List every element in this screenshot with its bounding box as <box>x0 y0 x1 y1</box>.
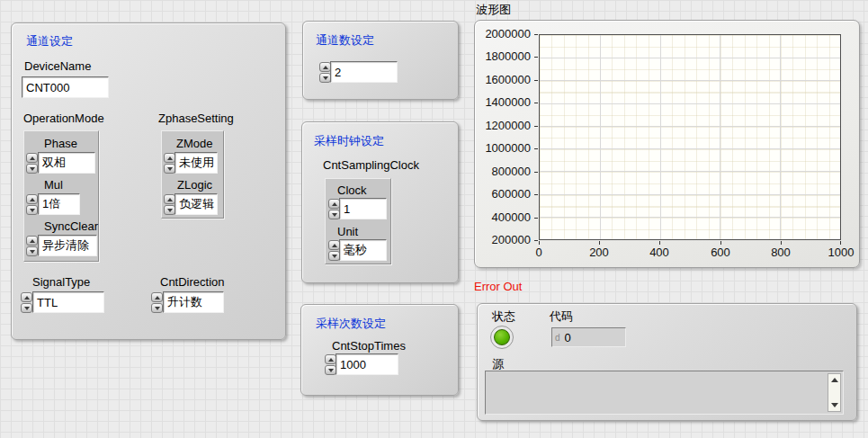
zphase-setting-label: ZphaseSetting <box>158 112 234 125</box>
down-arrow-icon <box>332 213 337 217</box>
x-axis-tick-label: 0 <box>512 246 566 259</box>
y-axis-tick <box>534 148 538 149</box>
led-green-icon <box>494 329 510 345</box>
zlogic-ring-control[interactable]: 负逻辑 <box>174 193 218 215</box>
scroll-down-icon[interactable] <box>831 403 838 407</box>
signal-type-increment-button[interactable] <box>21 292 32 302</box>
operation-mode-cluster: Phase 双相 Mul 1倍 SyncClear 异步清除 <box>23 130 99 262</box>
down-arrow-icon <box>24 307 30 310</box>
waveform-graph-panel: 2000000 1800000 1600000 1400000 1200000 … <box>474 20 860 268</box>
y-axis-tick <box>534 57 538 58</box>
waveform-graph-label: 波形图 <box>476 2 511 18</box>
phase-increment-button[interactable] <box>26 153 38 163</box>
code-indicator[interactable]: d 0 <box>551 327 626 347</box>
gridline-horizontal <box>540 103 840 104</box>
down-arrow-icon <box>323 76 328 80</box>
gridline-horizontal <box>540 217 840 218</box>
gridline-vertical <box>660 35 661 239</box>
y-axis-tick-label: 1400000 <box>475 95 531 109</box>
x-axis-tick-label: 1000 <box>814 246 868 259</box>
phase-spinner[interactable] <box>26 153 38 174</box>
down-arrow-icon <box>167 209 173 212</box>
channel-settings-title: 通道设定 <box>26 33 73 49</box>
y-axis-tick <box>534 126 538 127</box>
cnt-direction-increment-button[interactable] <box>151 292 163 302</box>
cnt-stop-times-input[interactable]: 1000 <box>336 353 398 375</box>
signal-type-ring-control[interactable]: TTL <box>32 291 104 313</box>
device-name-label: DeviceName <box>24 59 91 73</box>
mul-increment-button[interactable] <box>26 194 38 204</box>
mul-spinner[interactable] <box>26 194 38 216</box>
x-axis-tick <box>599 241 600 245</box>
x-axis-tick-label: 400 <box>632 246 686 259</box>
sync-clear-decrement-button[interactable] <box>26 246 38 256</box>
sync-clear-increment-button[interactable] <box>26 236 38 246</box>
cnt-direction-decrement-button[interactable] <box>151 303 163 313</box>
y-axis-tick-label: 2000000 <box>475 27 531 40</box>
up-arrow-icon <box>30 156 35 160</box>
cnt-direction-spinner[interactable] <box>151 292 163 314</box>
unit-ring-control[interactable]: 毫秒 <box>339 239 387 261</box>
operation-mode-label: OperationMode <box>23 112 104 125</box>
y-axis-tick-label: 1000000 <box>475 141 531 155</box>
down-arrow-icon <box>30 209 35 212</box>
y-axis-tick <box>534 103 538 103</box>
cnt-stop-times-label: CntStopTimes <box>332 339 406 353</box>
zlogic-label: ZLogic <box>177 178 212 192</box>
y-axis-tick <box>534 218 538 219</box>
sync-clear-spinner[interactable] <box>26 236 38 257</box>
gridline-horizontal <box>540 171 840 172</box>
channel-count-input[interactable]: 2 <box>330 61 398 83</box>
gridline-horizontal <box>540 194 840 195</box>
gridline-vertical <box>780 35 781 239</box>
unit-label: Unit <box>337 225 358 238</box>
zmode-ring-control[interactable]: 未使用 <box>174 152 218 174</box>
gridline-horizontal <box>540 80 840 81</box>
up-arrow-icon <box>332 202 337 206</box>
signal-type-spinner[interactable] <box>21 292 32 314</box>
gridline-horizontal <box>540 148 840 149</box>
radix-indicator: d <box>555 333 560 343</box>
phase-decrement-button[interactable] <box>26 164 38 174</box>
channel-count-title: 通道数设定 <box>316 32 374 49</box>
y-axis-tick <box>534 194 538 195</box>
x-axis-tick <box>720 241 721 245</box>
plot-area[interactable] <box>539 34 841 240</box>
sync-clear-ring-control[interactable]: 异步清除 <box>38 235 97 256</box>
sampling-times-panel: 采样次数设定 CntStopTimes 1000 <box>300 304 459 396</box>
source-scrollbar[interactable] <box>828 373 841 412</box>
clock-input[interactable]: 1 <box>339 198 387 219</box>
phase-ring-control[interactable]: 双相 <box>38 152 95 174</box>
cnt-direction-label: CntDirection <box>160 275 225 289</box>
cnt-sampling-clock-cluster: Clock 1 Unit 毫秒 <box>325 178 391 264</box>
gridline-vertical <box>600 35 601 239</box>
sampling-clock-panel: 采样时钟设定 CntSamplingClock Clock 1 Unit 毫秒 <box>301 121 459 283</box>
gridline-vertical <box>720 35 720 239</box>
channel-settings-panel: 通道设定 DeviceName CNT000 OperationMode Pha… <box>11 22 286 340</box>
cnt-direction-ring-control[interactable]: 升计数 <box>163 291 224 313</box>
status-led[interactable] <box>490 326 514 349</box>
y-axis-tick <box>534 80 538 81</box>
y-axis-tick-label: 800000 <box>475 165 531 178</box>
code-label: 代码 <box>550 308 573 325</box>
up-arrow-icon <box>30 239 35 243</box>
zmode-label: ZMode <box>176 137 212 150</box>
mul-decrement-button[interactable] <box>26 205 38 215</box>
y-axis-tick <box>534 34 538 35</box>
x-axis-tick-label: 200 <box>572 246 626 259</box>
clock-label: Clock <box>337 183 367 197</box>
mul-ring-control[interactable]: 1倍 <box>38 193 80 215</box>
up-arrow-icon <box>155 296 160 299</box>
up-arrow-icon <box>167 156 173 160</box>
down-arrow-icon <box>30 167 35 171</box>
signal-type-label: SignalType <box>32 275 90 289</box>
down-arrow-icon <box>155 307 160 310</box>
gridline-horizontal <box>540 58 840 58</box>
error-out-cluster: 状态 代码 d 0 源 <box>477 303 857 421</box>
source-indicator[interactable] <box>485 371 844 415</box>
scroll-up-icon[interactable] <box>831 378 838 382</box>
y-axis-tick <box>534 172 538 173</box>
x-axis-tick-label: 800 <box>754 246 808 259</box>
signal-type-decrement-button[interactable] <box>21 303 32 313</box>
device-name-input[interactable]: CNT000 <box>22 76 109 98</box>
